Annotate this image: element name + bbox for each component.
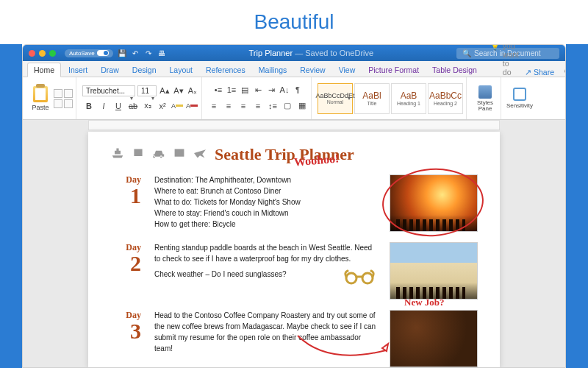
zoom-icon[interactable]	[49, 50, 56, 57]
autosave-toggle[interactable]: AutoSave	[65, 49, 113, 57]
tab-home[interactable]: Home	[27, 63, 61, 77]
copy-icon[interactable]	[64, 89, 73, 98]
day-label: Day 2	[110, 242, 141, 273]
sensitivity-label: Sensitivity	[506, 102, 533, 109]
car-icon	[151, 147, 166, 159]
share-label: Share	[534, 68, 554, 77]
tab-layout[interactable]: Layout	[163, 63, 198, 77]
ink-sunglasses	[343, 268, 379, 286]
cut-icon[interactable]	[54, 89, 62, 98]
sort-button[interactable]: A↓	[279, 85, 290, 97]
undo-icon[interactable]: ↶	[131, 49, 140, 57]
word-window: AutoSave 💾 ↶ ↷ 🖶 Trip Planner — Saved to…	[22, 44, 566, 368]
line-spacing-button[interactable]: ↕≡	[267, 100, 279, 112]
align-left-button[interactable]: ≡	[208, 100, 220, 112]
tab-references[interactable]: References	[200, 63, 251, 77]
align-right-button[interactable]: ≡	[237, 100, 249, 112]
clipboard-group: Paste	[27, 77, 76, 119]
ribbon-tabs: Home Insert Draw Design Layout Reference…	[23, 61, 565, 77]
document-title: Seattle Trip Planner	[215, 145, 354, 164]
styles-pane-button[interactable]: Styles Pane	[473, 85, 498, 112]
day-label: Day 1	[110, 174, 141, 205]
indent-left-button[interactable]: ⇤	[253, 85, 263, 97]
bold-button[interactable]: B	[83, 100, 95, 112]
format-painter-icon[interactable]	[54, 99, 62, 108]
backdrop-right	[566, 44, 588, 368]
comments-button[interactable]: 💬 Comments	[560, 67, 566, 77]
window-title: Trip Planner — Saved to OneDrive	[166, 49, 456, 57]
show-marks-button[interactable]: ¶	[293, 85, 303, 97]
strike-button[interactable]: ab	[127, 100, 139, 112]
styles-pane-group: Styles Pane	[470, 77, 501, 119]
sensitivity-icon	[513, 88, 526, 101]
clear-format-icon[interactable]: Aₓ	[187, 85, 198, 97]
plane-icon	[193, 147, 207, 159]
indent-right-button[interactable]: ⇥	[266, 85, 276, 97]
tab-draw[interactable]: Draw	[95, 63, 125, 77]
day-row: Day 1 Destination: The Amphitheater, Dow…	[110, 174, 478, 232]
tab-review[interactable]: Review	[294, 63, 331, 77]
multilevel-button[interactable]: ▤	[240, 85, 250, 97]
sensitivity-button[interactable]: Sensitivity	[507, 88, 532, 109]
print-icon[interactable]: 🖶	[157, 49, 166, 57]
borders-button[interactable]: ▦	[296, 100, 308, 112]
promo-banner: Beautiful	[0, 0, 588, 44]
tab-view[interactable]: View	[333, 63, 362, 77]
share-button[interactable]: ↗ Share	[520, 68, 559, 77]
underline-button[interactable]: U	[112, 100, 124, 112]
document-name: Trip Planner	[249, 49, 293, 57]
search-icon: 🔍	[462, 49, 471, 57]
photo-coffee[interactable]	[390, 310, 478, 367]
train-icon	[131, 147, 146, 159]
tab-mailings[interactable]: Mailings	[253, 63, 293, 77]
style-heading2[interactable]: AaBbCcHeading 2	[428, 83, 463, 114]
photo-beach[interactable]	[390, 242, 478, 300]
bus-icon	[172, 147, 187, 159]
tell-me-input[interactable]: 💡 Tell me what you want to do	[484, 44, 519, 77]
grow-font-icon[interactable]: A▴	[159, 85, 171, 97]
shrink-font-icon[interactable]: A▾	[173, 85, 184, 97]
minimize-icon[interactable]	[39, 50, 46, 57]
save-icon[interactable]: 💾	[118, 49, 126, 57]
share-icon: ↗	[525, 68, 531, 77]
font-size-select[interactable]: 11	[137, 85, 157, 96]
ruler[interactable]	[88, 120, 500, 130]
styles-pane-icon	[478, 85, 492, 99]
style-heading1[interactable]: AaBHeading 1	[391, 83, 426, 114]
tab-design[interactable]: Design	[126, 63, 162, 77]
sensitivity-group: Sensitivity	[504, 77, 535, 119]
style-title[interactable]: AaBlTitle	[354, 83, 390, 114]
toggle-icon	[97, 50, 109, 56]
superscript-button[interactable]: x²	[157, 100, 168, 112]
backdrop-left	[0, 44, 22, 368]
comment-icon: 💬	[564, 67, 566, 77]
svg-point-1	[362, 273, 373, 283]
page[interactable]: Seattle Trip Planner Woohoo! Day 1 Desti…	[88, 132, 500, 367]
close-icon[interactable]	[29, 50, 35, 57]
document-canvas[interactable]: Seattle Trip Planner Woohoo! Day 1 Desti…	[23, 120, 565, 367]
day-text[interactable]: Destination: The Amphitheater, Downtown …	[154, 174, 376, 230]
tab-table-design[interactable]: Table Design	[426, 63, 483, 77]
ribbon-home: Paste Trebuchet... 11 A▴ A▾ Aₓ	[23, 77, 565, 120]
shading-button[interactable]: ▢	[282, 100, 293, 112]
justify-button[interactable]: ≡	[252, 100, 264, 112]
window-controls[interactable]	[29, 50, 56, 57]
numbering-button[interactable]: 1≡	[226, 85, 237, 97]
bullets-button[interactable]: •≡	[213, 85, 223, 97]
font-name-select[interactable]: Trebuchet...	[82, 85, 135, 96]
align-center-button[interactable]: ≡	[223, 100, 234, 112]
highlight-button[interactable]: A	[171, 100, 183, 112]
tell-me-placeholder: Tell me what you want to do	[503, 44, 519, 77]
paste-label: Paste	[32, 104, 49, 111]
day-text[interactable]: Renting standup paddle boards at the bea…	[154, 242, 376, 284]
styles-pane-label: Styles Pane	[477, 100, 493, 112]
paste-button[interactable]: Paste	[30, 86, 51, 111]
italic-button[interactable]: I	[98, 100, 110, 112]
tab-insert[interactable]: Insert	[62, 63, 93, 77]
tab-picture-format[interactable]: Picture Format	[362, 63, 425, 77]
font-color-button[interactable]: A	[186, 100, 198, 112]
style-normal[interactable]: AaBbCcDdEtNormal	[318, 83, 353, 114]
font-group: Trebuchet... 11 A▴ A▾ Aₓ B I U ab x₂ x² …	[79, 77, 202, 119]
redo-icon[interactable]: ↷	[144, 49, 153, 57]
day-label: Day 3	[110, 310, 141, 341]
